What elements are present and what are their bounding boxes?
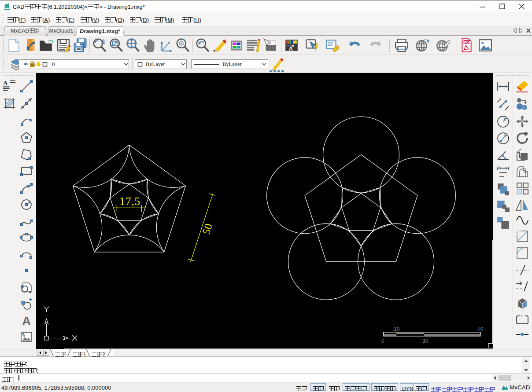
svg-text:17,5: 17,5 — [119, 195, 140, 208]
svg-text:30: 30 — [422, 338, 429, 344]
svg-text:70: 70 — [477, 326, 484, 332]
svg-text:0: 0 — [381, 338, 384, 344]
svg-text:PDF: PDF — [464, 40, 471, 44]
svg-text:A: A — [3, 80, 8, 87]
svg-text:10: 10 — [394, 326, 400, 332]
svg-text:A: A — [22, 314, 31, 327]
svg-text:A: A — [289, 45, 293, 52]
svg-text:50: 50 — [200, 222, 214, 236]
